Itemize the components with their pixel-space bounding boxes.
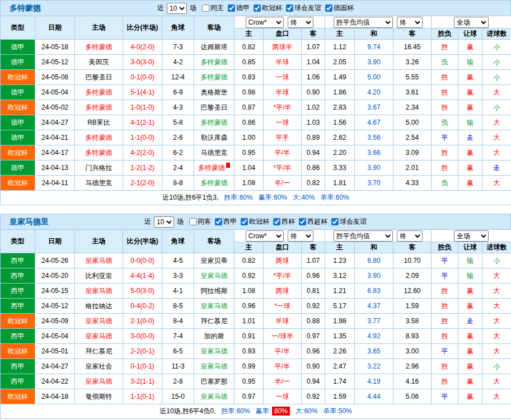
col-score: 比分(半场): [123, 230, 162, 253]
col-date: 日期: [35, 16, 75, 40]
home-team: 皇家马德: [75, 374, 123, 389]
avg-away: 3.00: [393, 344, 432, 359]
away-team: 勒沃库森: [194, 130, 235, 145]
result-winloss: 胜: [432, 100, 458, 115]
avg-type-select[interactable]: 胜平负均值: [334, 230, 393, 242]
league-badge: 欧冠杯: [1, 176, 35, 191]
match-date: 24-05-12: [35, 55, 75, 70]
result-handicap: 赢: [458, 85, 482, 100]
avg-away: 5.00: [393, 115, 432, 130]
league-filter-checkbox[interactable]: 德甲: [228, 3, 250, 13]
summary-stat: 大:60%: [296, 407, 317, 415]
col-home: 主场: [75, 230, 123, 253]
scope-select[interactable]: 全场: [454, 230, 489, 242]
league-filter-checkbox[interactable]: 欧冠杯: [254, 3, 282, 13]
scope-select-cell: 全场: [432, 230, 511, 242]
scope-select[interactable]: 全场: [454, 17, 489, 28]
home-team: 拜仁慕尼: [75, 344, 123, 359]
home-team: 皇家社会: [75, 359, 123, 374]
checkbox-input[interactable]: [331, 218, 339, 225]
away-team: 奥格斯堡: [194, 85, 235, 100]
league-filter-checkbox[interactable]: 球会友谊: [286, 3, 321, 13]
col-score: 比分(半场): [123, 16, 162, 40]
avg-away: 4.16: [393, 374, 432, 389]
col-home: 主场: [75, 16, 123, 40]
checkbox-input[interactable]: [286, 4, 293, 12]
match-row: 西甲24-05-26皇家马德0-0(0-0)4-5皇家贝蒂0.82两球1.071…: [1, 253, 511, 268]
odds-source-select[interactable]: Crow*: [246, 230, 284, 242]
result-winloss: 胜: [432, 359, 458, 374]
league-badge: 德甲: [1, 115, 35, 130]
col-avg-draw: 和: [355, 242, 393, 253]
result-handicap: 赢: [458, 70, 482, 85]
corners: 2-6: [162, 130, 194, 145]
score: 2-1(0-0): [123, 314, 162, 329]
league-filter-checkbox[interactable]: 德国杯: [325, 3, 354, 13]
league-filter-checkbox[interactable]: 西杯: [273, 217, 295, 226]
odds-source-select[interactable]: Crow*: [246, 17, 284, 28]
corners: 8-5: [162, 299, 194, 314]
result-winloss: 胜: [432, 329, 458, 344]
checkbox-input[interactable]: [215, 218, 222, 225]
league-filter-checkbox[interactable]: 欧冠杯: [241, 217, 269, 226]
league-badge: 欧冠杯: [1, 344, 35, 359]
result-winloss: 平: [432, 268, 458, 284]
odds-home: 0.83: [235, 70, 264, 85]
away-team: 马德里竞: [194, 145, 235, 161]
score: 4-0(2-0): [123, 40, 162, 55]
match-count-select[interactable]: 10: [167, 3, 187, 14]
result-handicap: 赢: [458, 100, 482, 115]
match-row: 德甲24-05-12美因茨3-0(3-0)4-2多特蒙德0.85半球1.042.…: [1, 55, 511, 70]
odds-home: 0.92: [235, 268, 264, 284]
avg-final-select[interactable]: 终: [397, 17, 423, 28]
avg-away: 3.26: [393, 55, 432, 70]
league-badge: 西甲: [1, 374, 35, 389]
league-filter-checkbox[interactable]: 同客: [189, 217, 211, 226]
odds-away: 1.04: [302, 55, 325, 70]
checkbox-input[interactable]: [189, 218, 196, 225]
avg-draw: 4.37: [355, 299, 393, 314]
match-count-select[interactable]: 10: [154, 216, 174, 228]
result-handicap: 输: [458, 55, 482, 70]
league-filter-checkbox[interactable]: 西甲: [215, 217, 237, 226]
league-filter-checkbox[interactable]: 同主: [202, 3, 224, 13]
odds-away: 1.03: [302, 115, 325, 130]
result-winloss: 胜: [432, 70, 458, 85]
scope-select-cell: 全场: [432, 16, 511, 29]
avg-away: 8.93: [393, 329, 432, 344]
avg-home: 3.33: [325, 161, 355, 176]
avg-home: 1.86: [325, 85, 355, 100]
odds-handicap: *平/半: [264, 100, 302, 115]
score: 3-0(0-0): [123, 329, 162, 344]
odds-final-select[interactable]: 终: [288, 17, 313, 28]
result-winloss: 负: [432, 55, 458, 70]
avg-away: 3.58: [393, 314, 432, 329]
odds-final-select[interactable]: 终: [288, 230, 313, 242]
checkbox-input[interactable]: [325, 4, 332, 12]
away-team: 巴塞罗那: [194, 374, 235, 389]
avg-final-select[interactable]: 终: [397, 230, 423, 242]
result-winloss: 胜: [432, 284, 458, 299]
stat-value: 60%: [274, 194, 287, 201]
avg-draw: 4.92: [355, 329, 393, 344]
league-badge: 欧冠杯: [1, 389, 35, 404]
league-filter-checkbox[interactable]: 西超杯: [299, 217, 327, 226]
league-filter-checkbox[interactable]: 球会友谊: [331, 217, 367, 226]
checkbox-input[interactable]: [228, 4, 235, 12]
checkbox-input[interactable]: [273, 218, 280, 225]
checkbox-input[interactable]: [202, 4, 209, 12]
result-winloss: 负: [432, 115, 458, 130]
matches-label: 场: [177, 217, 184, 226]
avg-home: 2.20: [325, 145, 355, 161]
match-row: 德甲24-05-04多特蒙德5-1(4-1)6-9奥格斯堡0.98半球0.901…: [1, 85, 511, 100]
checkbox-input[interactable]: [299, 218, 306, 225]
result-winloss: 胜: [432, 374, 458, 389]
avg-home: 1.35: [325, 329, 355, 344]
away-team: 阿拉维斯: [194, 284, 235, 299]
col-odds-handicap: 盘口: [264, 29, 302, 40]
avg-type-select[interactable]: 胜平负均值: [334, 17, 393, 28]
checkbox-input[interactable]: [241, 218, 248, 225]
match-row: 欧冠杯24-05-01拜仁慕尼2-2(0-1)6-5皇家马德0.93平/半0.9…: [1, 344, 511, 359]
avg-home: 1.98: [325, 314, 355, 329]
checkbox-input[interactable]: [254, 4, 261, 12]
